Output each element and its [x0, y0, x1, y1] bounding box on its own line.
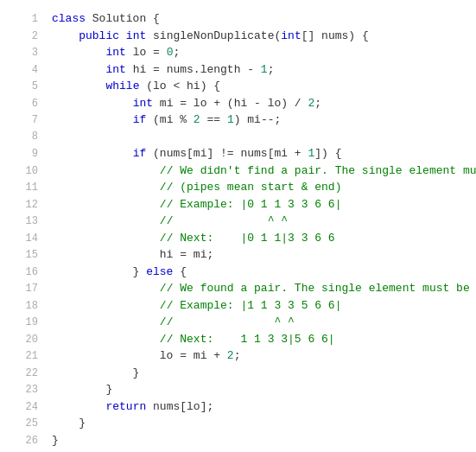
token-comment: // Next: 1 1 3 3|5 6 6|: [160, 333, 335, 346]
line-content: public int singleNonDuplicate(int[] nums…: [52, 28, 369, 45]
line-content: lo = mi + 2;: [52, 347, 240, 365]
code-line: 6 int mi = lo + (hi - lo) / 2;: [0, 95, 476, 112]
line-number: 4: [14, 62, 38, 78]
code-line: 11 // (pipes mean start & end): [0, 179, 476, 196]
token-kw: int: [105, 63, 125, 76]
token-plain: {: [173, 265, 187, 278]
token-kw: class: [52, 12, 86, 25]
code-line: 21 lo = mi + 2;: [0, 347, 476, 365]
line-content: class Solution {: [52, 10, 160, 28]
token-kw: while: [105, 80, 139, 92]
token-plain: (lo < hi) {: [139, 80, 220, 92]
token-plain: [52, 97, 133, 110]
token-plain: (mi %: [146, 113, 194, 126]
line-number: 14: [14, 231, 38, 246]
token-comment: // ^ ^: [160, 315, 295, 328]
token-plain: nums[lo];: [146, 400, 213, 413]
line-content: // Next: 1 1 3 3|5 6 6|: [52, 331, 335, 348]
line-number: 1: [14, 11, 38, 27]
token-plain: lo = mi +: [52, 349, 227, 362]
line-number: 19: [14, 315, 38, 330]
token-num: 2: [194, 113, 200, 126]
code-line: 26}: [0, 432, 476, 449]
line-content: while (lo < hi) {: [52, 78, 220, 95]
token-plain: ==: [200, 113, 227, 126]
code-line: 1class Solution {: [0, 10, 476, 28]
token-plain: }: [52, 265, 146, 278]
token-num: 1: [227, 113, 234, 126]
line-number: 23: [14, 382, 38, 398]
token-plain: }: [52, 366, 139, 379]
token-plain: [52, 214, 160, 227]
line-number: 5: [14, 79, 38, 94]
line-content: // Example: |0 1 1 3 3 6 6|: [52, 196, 341, 213]
line-number: 26: [14, 433, 38, 449]
code-line: 23 }: [0, 381, 476, 398]
line-content: int mi = lo + (hi - lo) / 2;: [52, 95, 321, 112]
line-content: // Example: |1 1 3 3 5 6 6|: [52, 297, 341, 315]
code-line: 10 // We didn't find a pair. The single …: [0, 162, 476, 180]
line-number: 8: [14, 129, 38, 144]
code-line: 18 // Example: |1 1 3 3 5 6 6|: [0, 297, 476, 315]
token-comment: // We found a pair. The single element m…: [160, 282, 476, 295]
line-content: // ^ ^: [52, 314, 295, 331]
token-plain: [52, 164, 160, 177]
token-plain: hi = mi;: [52, 248, 213, 261]
token-plain: [119, 29, 126, 42]
line-content: return nums[lo];: [52, 398, 213, 416]
token-kw: int: [133, 97, 153, 110]
token-plain: ;: [314, 97, 321, 110]
code-line: 3 int lo = 0;: [0, 44, 476, 61]
token-plain: [52, 400, 105, 413]
line-number: 17: [14, 281, 38, 296]
token-kw: else: [146, 265, 173, 278]
token-kw: if: [133, 113, 147, 126]
token-plain: singleNonDuplicate(: [146, 29, 281, 42]
token-plain: [52, 282, 160, 295]
line-content: if (nums[mi] != nums[mi + 1]) {: [52, 145, 342, 162]
token-kw: if: [133, 147, 147, 160]
code-line: 12 // Example: |0 1 1 3 3 6 6|: [0, 196, 476, 213]
token-plain: ]) {: [314, 147, 341, 160]
line-number: 9: [14, 146, 38, 162]
code-line: 7 if (mi % 2 == 1) mi--;: [0, 111, 476, 129]
token-plain: [52, 46, 105, 59]
token-comment: // Example: |0 1 1 3 3 6 6|: [160, 198, 342, 211]
code-line: 4 int hi = nums.length - 1;: [0, 61, 476, 79]
token-plain: }: [52, 383, 112, 396]
line-content: if (mi % 2 == 1) mi--;: [52, 111, 281, 129]
line-number: 15: [14, 247, 38, 263]
token-comment: // ^ ^: [160, 214, 288, 227]
code-line: 2 public int singleNonDuplicate(int[] nu…: [0, 28, 476, 45]
line-number: 21: [14, 348, 38, 364]
code-line: 15 hi = mi;: [0, 246, 476, 264]
code-line: 14 // Next: |0 1 1|3 3 6 6: [0, 230, 476, 247]
code-editor: 1class Solution {2 public int singleNonD…: [0, 0, 476, 452]
line-content: }: [52, 365, 139, 382]
line-number: 3: [14, 45, 38, 60]
line-number: 12: [14, 197, 38, 213]
token-plain: ;: [173, 46, 180, 59]
token-plain: [] nums) {: [301, 29, 369, 42]
token-plain: ) mi--;: [234, 113, 282, 126]
token-plain: (nums[mi] != nums[mi +: [146, 147, 308, 160]
token-plain: [52, 198, 160, 211]
line-content: // Next: |0 1 1|3 3 6 6: [52, 230, 335, 247]
code-line: 19 // ^ ^: [0, 314, 476, 331]
token-plain: [52, 80, 105, 92]
line-number: 18: [14, 298, 38, 314]
code-line: 16 } else {: [0, 264, 476, 281]
token-plain: [52, 315, 160, 328]
token-plain: mi = lo + (hi - lo) /: [153, 97, 308, 110]
code-line: 24 return nums[lo];: [0, 398, 476, 416]
token-plain: [52, 181, 160, 194]
token-kw: return: [105, 400, 146, 413]
token-plain: }: [52, 434, 59, 447]
token-plain: ;: [268, 63, 275, 76]
line-number: 10: [14, 163, 38, 179]
line-number: 22: [14, 366, 38, 381]
line-content: // ^ ^: [52, 213, 288, 230]
code-line: 25 }: [0, 415, 476, 432]
token-comment: // Example: |1 1 3 3 5 6 6|: [160, 299, 342, 312]
token-num: 2: [227, 349, 234, 362]
